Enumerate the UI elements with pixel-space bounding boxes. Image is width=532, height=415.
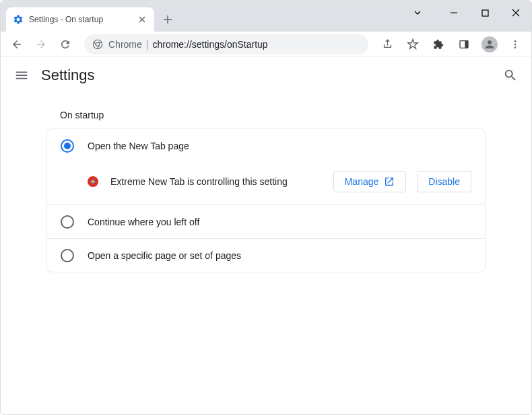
sidepanel-icon[interactable] [453,34,475,55]
option-new-tab[interactable]: Open the New Tab page [47,129,485,163]
chevron-down-icon[interactable] [402,1,433,25]
manage-button[interactable]: Manage [333,171,407,192]
forward-button[interactable] [30,34,52,55]
tab-title: Settings - On startup [29,15,131,24]
minimize-button[interactable] [438,1,469,25]
reload-button[interactable] [55,34,76,55]
browser-tab[interactable]: Settings - On startup [6,7,154,32]
option-label: Continue where you left off [88,217,471,227]
close-window-button[interactable] [500,1,531,25]
svg-point-6 [514,43,517,45]
extension-notice-row: Extreme New Tab is controlling this sett… [47,163,485,204]
bookmark-icon[interactable] [402,34,424,55]
gear-icon [13,14,24,25]
radio-button[interactable] [61,215,74,229]
search-icon[interactable] [503,68,518,83]
disable-button[interactable]: Disable [417,171,471,192]
extension-notice-text: Extreme New Tab is controlling this sett… [110,176,323,187]
page-title: Settings [41,67,491,84]
omnibox-text: Chrome | chrome://settings/onStartup [108,39,268,50]
back-button[interactable] [6,34,28,55]
radio-button[interactable] [61,249,74,262]
svg-point-9 [92,180,94,183]
section-title: On startup [46,93,486,128]
option-label: Open the New Tab page [88,141,471,151]
svg-point-5 [514,40,517,42]
radio-button[interactable] [61,139,74,153]
browser-toolbar: Chrome | chrome://settings/onStartup [1,32,531,57]
address-bar[interactable]: Chrome | chrome://settings/onStartup [84,34,368,54]
svg-point-7 [514,46,517,48]
startup-section: On startup Open the New Tab page Extreme… [30,93,502,272]
option-label: Open a specific page or set of pages [88,250,471,261]
svg-rect-4 [465,40,468,48]
menu-icon[interactable] [504,34,526,55]
extensions-icon[interactable] [428,34,449,55]
svg-rect-0 [482,10,488,16]
option-continue[interactable]: Continue where you left off [47,204,485,238]
settings-header: Settings [1,57,531,93]
window-titlebar: Settings - On startup [1,1,531,32]
extension-app-icon [86,175,100,188]
page-content: Settings On startup Open the New Tab pag… [1,57,531,414]
maximize-button[interactable] [469,1,500,25]
chrome-icon [92,39,103,50]
option-specific-pages[interactable]: Open a specific page or set of pages [47,238,485,272]
close-icon[interactable] [137,14,147,25]
profile-avatar[interactable] [479,34,500,55]
new-tab-button[interactable] [158,10,177,29]
menu-hamburger-icon[interactable] [14,68,29,83]
window-controls [402,1,531,25]
open-external-icon [384,176,395,187]
share-icon[interactable] [376,34,398,55]
startup-card: Open the New Tab page Extreme New Tab is… [46,128,486,272]
